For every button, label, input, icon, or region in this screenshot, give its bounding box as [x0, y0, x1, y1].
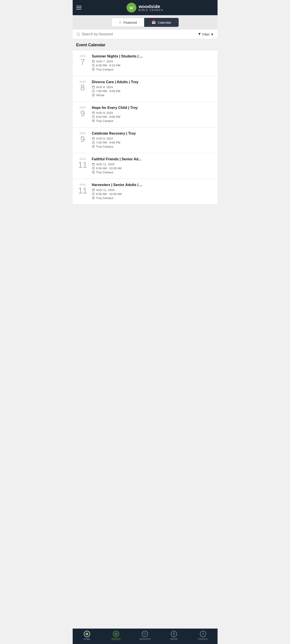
location-icon — [92, 171, 95, 174]
hamburger-menu[interactable] — [76, 6, 82, 10]
svg-rect-34 — [92, 189, 94, 191]
calendar-icon: 📅 — [152, 20, 156, 24]
event-date: Aug 8 — [76, 80, 92, 92]
section-heading: Event Calendar — [73, 39, 218, 50]
search-input[interactable] — [82, 32, 198, 36]
calendar-meta-icon — [92, 60, 95, 63]
event-date-meta: AUG 9, 2024 — [92, 111, 214, 114]
svg-rect-22 — [92, 138, 94, 140]
svg-point-39 — [93, 198, 94, 198]
event-date: Aug 7 — [76, 54, 92, 67]
svg-point-2 — [77, 33, 79, 35]
clock-icon — [92, 116, 95, 118]
tab-bar: ☆ Featured 📅 Calendar — [73, 15, 218, 30]
event-time-meta: 6:30 PM - 9:15 PM — [92, 64, 214, 67]
tab-calendar[interactable]: 📅 Calendar — [144, 18, 179, 27]
logo: w woodside BIBLE CHURCH — [126, 3, 163, 12]
clock-icon — [92, 90, 95, 92]
event-date-meta: AUG 8, 2024 — [92, 86, 214, 89]
calendar-meta-icon — [92, 188, 95, 192]
svg-point-15 — [93, 94, 94, 95]
location-icon — [92, 196, 95, 200]
svg-rect-10 — [92, 86, 94, 88]
event-title: Faithful Friends | Senior Ad... — [92, 157, 214, 161]
logo-text: woodside BIBLE CHURCH — [139, 4, 163, 12]
svg-rect-4 — [92, 60, 94, 62]
event-title: Celebrate Recovery | Troy — [92, 132, 214, 136]
event-location-meta: Troy Campus — [92, 170, 214, 174]
event-time-meta: 9:30 AM - 10:30 AM — [92, 166, 214, 170]
event-date: Aug 9 — [76, 106, 92, 118]
svg-point-9 — [93, 69, 94, 70]
event-details: Harvesters | Senior Adults | ... AUG 11,… — [92, 183, 214, 200]
event-list: Aug 7 Summer Nights | Students | ... AUG… — [73, 50, 218, 204]
location-icon — [92, 145, 95, 148]
search-icon — [76, 32, 80, 36]
svg-line-3 — [79, 35, 80, 36]
event-title: Divorce Care | Adults | Troy — [92, 80, 214, 84]
event-date-meta: AUG 7, 2024 — [92, 60, 214, 63]
event-item[interactable]: Aug 7 Summer Nights | Students | ... AUG… — [73, 50, 218, 76]
event-location-meta: Troy Campus — [92, 145, 214, 148]
calendar-meta-icon — [92, 111, 95, 114]
event-item[interactable]: Aug 8 Divorce Care | Adults | Troy AUG 8… — [73, 76, 218, 102]
event-time-meta: 7:00 PM - 9:00 PM — [92, 90, 214, 93]
event-item[interactable]: Aug 9 Celebrate Recovery | Troy AUG 9, 2… — [73, 128, 218, 153]
event-title: Hope for Every Child | Troy — [92, 106, 214, 110]
event-title: Summer Nights | Students | ... — [92, 54, 214, 58]
tab-featured[interactable]: ☆ Featured — [111, 18, 144, 27]
event-title: Harvesters | Senior Adults | ... — [92, 183, 214, 187]
event-date-meta: AUG 11, 2024 — [92, 162, 214, 166]
event-details: Summer Nights | Students | ... AUG 7, 20… — [92, 54, 214, 72]
event-date-meta: AUG 9, 2024 — [92, 137, 214, 140]
event-location-meta: Troy Campus — [92, 68, 214, 71]
location-icon — [92, 120, 95, 122]
event-date-meta: AUG 11, 2024 — [92, 188, 214, 192]
app-header: w woodside BIBLE CHURCH — [73, 0, 218, 15]
logo-icon: w — [126, 3, 136, 12]
event-item[interactable]: Aug 11 Faithful Friends | Senior Ad... A… — [73, 153, 218, 179]
svg-point-21 — [93, 120, 94, 121]
event-time-meta: 7:00 PM - 9:00 PM — [92, 141, 214, 144]
event-item[interactable]: Aug 11 Harvesters | Senior Adults | ... … — [73, 179, 218, 204]
filter-button[interactable]: Filter ▼ — [198, 32, 214, 36]
svg-point-27 — [93, 146, 94, 147]
event-item[interactable]: Aug 9 Hope for Every Child | Troy AUG 9,… — [73, 102, 218, 128]
event-details: Faithful Friends | Senior Ad... AUG 11, … — [92, 157, 214, 175]
svg-text:w: w — [130, 4, 134, 11]
event-location-meta: Virtual — [92, 94, 214, 97]
filter-icon — [198, 32, 201, 36]
chevron-down-icon: ▼ — [210, 32, 214, 36]
calendar-meta-icon — [92, 137, 95, 140]
event-details: Divorce Care | Adults | Troy AUG 8, 2024… — [92, 80, 214, 98]
event-date: Aug 11 — [76, 157, 92, 170]
calendar-meta-icon — [92, 163, 95, 166]
svg-point-33 — [93, 172, 94, 172]
clock-icon — [92, 64, 95, 67]
calendar-meta-icon — [92, 86, 95, 88]
star-icon: ☆ — [119, 20, 122, 24]
clock-icon — [92, 141, 95, 144]
clock-icon — [92, 167, 95, 170]
event-details: Celebrate Recovery | Troy AUG 9, 2024 7:… — [92, 132, 214, 149]
svg-rect-28 — [92, 163, 94, 166]
svg-rect-16 — [92, 112, 94, 114]
event-date: Aug 11 — [76, 183, 92, 195]
event-details: Hope for Every Child | Troy AUG 9, 2024 … — [92, 106, 214, 123]
event-time-meta: 9:30 AM - 10:30 AM — [92, 192, 214, 196]
event-time-meta: 6:00 PM - 8:00 PM — [92, 115, 214, 118]
location-icon — [92, 68, 95, 71]
location-icon — [92, 94, 95, 96]
clock-icon — [92, 192, 95, 196]
event-location-meta: Troy Campus — [92, 196, 214, 200]
event-date: Aug 9 — [76, 132, 92, 144]
event-location-meta: Troy Campus — [92, 119, 214, 122]
search-bar: Filter ▼ — [73, 30, 218, 39]
